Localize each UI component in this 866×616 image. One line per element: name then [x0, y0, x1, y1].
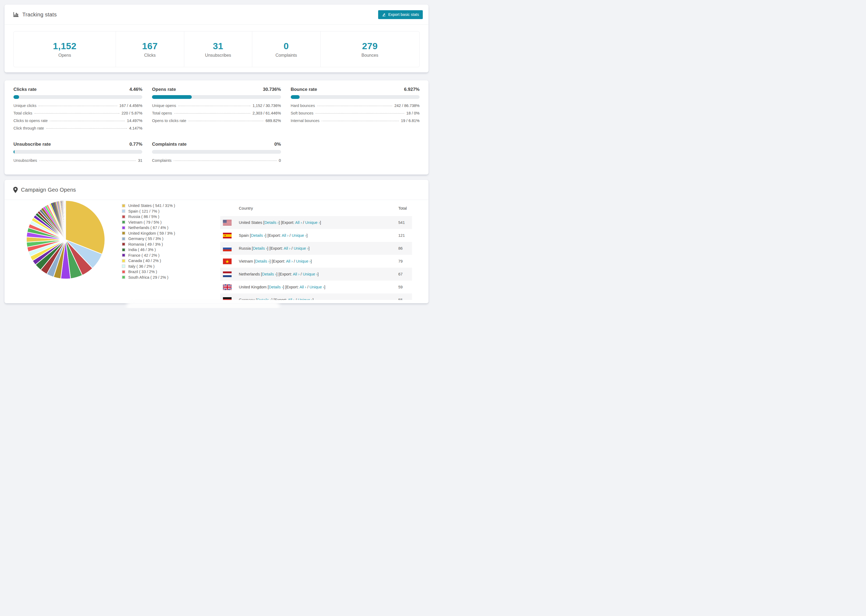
country-total: 67	[398, 272, 412, 276]
rate-value: 0.77%	[129, 141, 142, 147]
rate-title-row: Clicks rate 4.46%	[13, 87, 142, 92]
legend-item-undefined[interactable]: Romania ( 49 / 3% )	[122, 242, 175, 247]
details-link[interactable]: Details ›	[269, 285, 283, 289]
link-separator: /	[302, 220, 305, 225]
rate-block-complaints-rate: Complaints rate 0% Complaints 0	[152, 141, 281, 166]
legend-item-ru[interactable]: Russia ( 86 / 5% )	[122, 214, 175, 220]
export-all-link[interactable]: All ›	[284, 246, 290, 250]
progress-track	[13, 95, 142, 99]
rate-detail-value: 0	[279, 158, 281, 163]
link-separator: /	[288, 233, 292, 237]
export-all-link[interactable]: All ›	[288, 298, 294, 300]
rate-detail-row: Complaints 0	[152, 158, 281, 166]
legend-item-undefined[interactable]: South Africa ( 29 / 2% )	[122, 275, 175, 280]
bracket-end: ]	[324, 285, 326, 289]
geo-table-row-nl: Netherlands [Details ›] [Export: All › /…	[220, 268, 412, 281]
summary-label: Clicks	[144, 53, 156, 58]
bracket-end: ]	[313, 298, 313, 300]
rates-card: Clicks rate 4.46% Unique clicks 167 / 4.…	[4, 80, 429, 175]
geo-table-row-vn: Vietnam [Details ›] [Export: All › / Uni…	[220, 255, 412, 268]
background-glow	[126, 301, 280, 308]
summary-value: 167	[142, 41, 157, 51]
rate-detail-row: Unique opens 1,152 / 30.736%	[152, 104, 281, 111]
legend-item-es[interactable]: Spain ( 121 / 7% )	[122, 209, 175, 214]
geo-legend: United States ( 541 / 31% ) Spain ( 121 …	[122, 203, 175, 280]
export-unique-link[interactable]: Unique ›	[296, 259, 311, 263]
legend-swatch	[122, 231, 125, 235]
legend-item-undefined[interactable]: France ( 42 / 2% )	[122, 253, 175, 258]
legend-swatch	[122, 226, 125, 229]
bar-chart-icon	[13, 11, 19, 17]
legend-label: India ( 46 / 3% )	[128, 248, 156, 252]
bracket-open: [	[253, 259, 255, 263]
legend-swatch	[122, 220, 125, 224]
country-total: 79	[398, 259, 412, 263]
legend-swatch	[122, 237, 125, 240]
export-all-link[interactable]: All ›	[295, 220, 302, 225]
country-name: Netherlands	[239, 272, 260, 276]
dotted-leader	[322, 121, 399, 121]
details-link[interactable]: Details ›	[265, 220, 279, 225]
progress-fill	[13, 150, 14, 154]
legend-item-undefined[interactable]: India ( 46 / 3% )	[122, 247, 175, 253]
rate-detail-value: 2,303 / 61.446%	[252, 111, 281, 115]
country-cell: Germany [Details ›] [Export: All › / Uni…	[239, 298, 398, 300]
details-link[interactable]: Details ›	[253, 246, 267, 250]
flag-nl	[223, 272, 231, 277]
export-basic-stats-button[interactable]: Export basic stats	[378, 10, 423, 19]
geo-content: United States ( 541 / 31% ) Spain ( 121 …	[5, 200, 428, 303]
rate-title-row: Unsubscribe rate 0.77%	[13, 141, 142, 147]
map-pin-icon	[13, 187, 18, 193]
rate-title: Clicks rate	[13, 87, 36, 92]
rate-value: 30.736%	[263, 87, 281, 92]
export-all-link[interactable]: All ›	[282, 233, 288, 237]
bracket-end: ]	[318, 272, 319, 276]
legend-item-undefined[interactable]: Canada ( 40 / 2% )	[122, 258, 175, 264]
rate-value: 4.46%	[129, 87, 142, 92]
legend-item-undefined[interactable]: Italy ( 36 / 2% )	[122, 264, 175, 269]
export-unique-link[interactable]: Unique ›	[298, 298, 313, 300]
legend-label: Spain ( 121 / 7% )	[128, 209, 159, 214]
rate-title: Unsubscribe rate	[13, 141, 51, 147]
details-link[interactable]: Details ›	[251, 233, 265, 237]
rate-detail-row: Internal bounces 19 / 6.81%	[291, 118, 420, 126]
rate-title: Opens rate	[152, 87, 176, 92]
geo-table-row-gb: United Kingdom [Details ›] [Export: All …	[220, 281, 412, 294]
legend-item-nl[interactable]: Netherlands ( 67 / 4% )	[122, 225, 175, 231]
dotted-leader	[46, 128, 127, 129]
details-link[interactable]: Details ›	[257, 298, 271, 300]
flag-de	[223, 297, 231, 300]
legend-label: Germany ( 55 / 3% )	[128, 237, 164, 241]
rates-row-2: Unsubscribe rate 0.77% Unsubscribes 31 C…	[13, 141, 420, 166]
export-prefix: [Export:	[281, 220, 295, 225]
legend-item-gb[interactable]: United Kingdom ( 59 / 3% )	[122, 231, 175, 236]
rate-detail-row: Clicks to opens rate 14.497%	[13, 118, 142, 126]
legend-item-de[interactable]: Germany ( 55 / 3% )	[122, 236, 175, 242]
export-all-link[interactable]: All ›	[286, 259, 293, 263]
export-icon	[382, 13, 386, 17]
export-all-link[interactable]: All ›	[299, 285, 306, 289]
export-all-link[interactable]: All ›	[293, 272, 299, 276]
export-unique-link[interactable]: Unique ›	[292, 233, 307, 237]
summary-value: 1,152	[53, 41, 77, 51]
summary-value: 279	[362, 41, 378, 51]
country-cell: United States [Details ›] [Export: All ›…	[239, 220, 398, 225]
rate-detail-label: Unsubscribes	[13, 158, 37, 163]
legend-item-vn[interactable]: Vietnam ( 79 / 5% )	[122, 220, 175, 225]
details-link[interactable]: Details ›	[255, 259, 269, 263]
legend-label: France ( 42 / 2% )	[128, 253, 159, 258]
legend-item-us[interactable]: United States ( 541 / 31% )	[122, 203, 175, 209]
rate-detail-label: Hard bounces	[291, 104, 315, 108]
bracket-end: ]	[307, 233, 308, 237]
export-unique-link[interactable]: Unique ›	[305, 220, 320, 225]
dotted-leader	[315, 113, 404, 114]
legend-item-undefined[interactable]: Brazil ( 33 / 2% )	[122, 269, 175, 275]
details-link[interactable]: Details ›	[262, 272, 276, 276]
country-name: United Kingdom	[239, 285, 266, 289]
legend-swatch	[122, 209, 125, 213]
export-unique-link[interactable]: Unique ›	[310, 285, 324, 289]
export-unique-link[interactable]: Unique ›	[303, 272, 318, 276]
legend-label: Netherlands ( 67 / 4% )	[128, 225, 168, 230]
progress-track	[152, 95, 281, 99]
export-unique-link[interactable]: Unique ›	[294, 246, 309, 250]
